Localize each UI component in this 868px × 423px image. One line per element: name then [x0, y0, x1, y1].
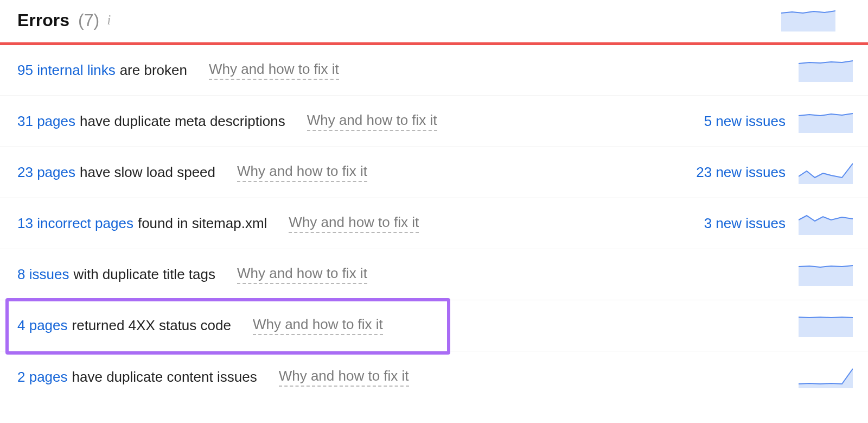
info-icon[interactable]: i — [107, 13, 111, 27]
issue-description: have duplicate content issues — [72, 369, 257, 386]
issue-description: returned 4XX status code — [72, 317, 231, 334]
new-issues-link[interactable]: 5 new issues — [704, 113, 786, 130]
issue-description: have duplicate meta descriptions — [80, 113, 285, 130]
svg-marker-2 — [799, 113, 853, 133]
issue-count-link[interactable]: 23 pages — [17, 164, 75, 181]
error-row: 2 pageshave duplicate content issuesWhy … — [0, 351, 868, 402]
rows-container: 95 internal linksare brokenWhy and how t… — [0, 45, 868, 402]
why-and-how-link[interactable]: Why and how to fix it — [237, 265, 367, 284]
issue-description: found in sitemap.xml — [138, 215, 267, 232]
issue-description: are broken — [120, 62, 187, 79]
svg-marker-1 — [799, 61, 853, 82]
row-sparkline — [799, 365, 853, 388]
issue-count-link[interactable]: 13 incorrect pages — [17, 215, 133, 232]
row-sparkline — [799, 212, 853, 235]
issue-count-link[interactable]: 95 internal links — [17, 62, 116, 79]
error-row: 8 issueswith duplicate title tagsWhy and… — [0, 249, 868, 300]
svg-marker-5 — [799, 266, 853, 286]
why-and-how-link[interactable]: Why and how to fix it — [237, 163, 367, 182]
row-sparkline — [799, 59, 853, 82]
svg-marker-7 — [799, 369, 853, 388]
error-row: 13 incorrect pagesfound in sitemap.xmlWh… — [0, 198, 868, 249]
why-and-how-link[interactable]: Why and how to fix it — [279, 368, 409, 387]
issue-text: 8 issueswith duplicate title tags — [17, 266, 215, 283]
row-sparkline — [799, 314, 853, 337]
error-row: 23 pageshave slow load speedWhy and how … — [0, 147, 868, 198]
error-row: 95 internal linksare brokenWhy and how t… — [0, 45, 868, 96]
svg-marker-6 — [799, 317, 853, 337]
error-row: 4 pagesreturned 4XX status codeWhy and h… — [0, 300, 868, 351]
issue-text: 2 pageshave duplicate content issues — [17, 369, 257, 386]
svg-marker-4 — [799, 216, 853, 235]
panel-title: Errors — [17, 10, 69, 30]
why-and-how-link[interactable]: Why and how to fix it — [209, 61, 339, 80]
error-row: 31 pageshave duplicate meta descriptions… — [0, 96, 868, 147]
row-sparkline — [799, 110, 853, 133]
issue-count-link[interactable]: 4 pages — [17, 317, 68, 334]
new-issues-link[interactable]: 3 new issues — [704, 215, 786, 232]
panel-count: (7) — [78, 10, 99, 30]
why-and-how-link[interactable]: Why and how to fix it — [253, 316, 383, 335]
issue-text: 13 incorrect pagesfound in sitemap.xml — [17, 215, 267, 232]
panel-header: Errors (7) i — [0, 0, 868, 42]
issue-count-link[interactable]: 8 issues — [17, 266, 69, 283]
header-sparkline — [781, 9, 835, 31]
issue-text: 23 pageshave slow load speed — [17, 164, 215, 181]
issue-description: have slow load speed — [80, 164, 215, 181]
new-issues-link[interactable]: 23 new issues — [696, 164, 786, 181]
why-and-how-link[interactable]: Why and how to fix it — [289, 214, 419, 233]
svg-marker-0 — [781, 11, 835, 31]
issue-description: with duplicate title tags — [73, 266, 215, 283]
issue-text: 95 internal linksare broken — [17, 62, 187, 79]
issue-text: 4 pagesreturned 4XX status code — [17, 317, 231, 334]
row-sparkline — [799, 161, 853, 184]
row-sparkline — [799, 263, 853, 286]
issue-count-link[interactable]: 2 pages — [17, 369, 68, 386]
issue-count-link[interactable]: 31 pages — [17, 113, 75, 130]
issue-text: 31 pageshave duplicate meta descriptions — [17, 113, 285, 130]
errors-panel: Errors (7) i 95 internal linksare broken… — [0, 0, 868, 402]
why-and-how-link[interactable]: Why and how to fix it — [307, 112, 437, 131]
